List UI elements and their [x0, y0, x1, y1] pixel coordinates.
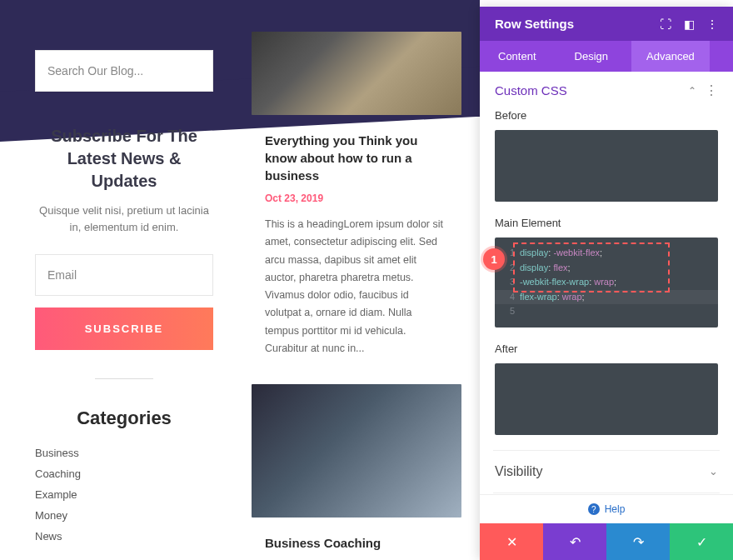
- category-list: Business Coaching Example Money News: [35, 442, 213, 547]
- subscribe-title: Subscribe For The Latest News & Updates: [35, 125, 213, 192]
- section-custom-css-title[interactable]: Custom CSS: [495, 83, 567, 98]
- post-image[interactable]: [252, 384, 461, 518]
- cancel-button[interactable]: ✕: [480, 523, 543, 560]
- annotation-callout: 1: [483, 248, 505, 270]
- undo-button[interactable]: ↶: [543, 523, 606, 560]
- post-title[interactable]: Business Coaching: [265, 534, 448, 552]
- post-image[interactable]: [252, 32, 461, 115]
- subscribe-button[interactable]: SUBSCRIBE: [35, 308, 213, 350]
- categories-title: Categories: [35, 408, 213, 429]
- tab-advanced[interactable]: Advanced: [631, 41, 710, 72]
- visibility-accordion[interactable]: Visibility ⌄: [493, 450, 720, 492]
- category-item[interactable]: Example: [35, 484, 213, 505]
- category-item[interactable]: News: [35, 526, 213, 547]
- before-label: Before: [495, 109, 718, 122]
- help-link[interactable]: ? Help: [480, 494, 733, 523]
- help-label: Help: [605, 503, 626, 515]
- collapse-icon[interactable]: ⌃: [688, 85, 696, 97]
- category-item[interactable]: Money: [35, 505, 213, 526]
- dock-icon[interactable]: ◧: [683, 18, 695, 30]
- email-field[interactable]: Email: [35, 254, 213, 296]
- redo-button[interactable]: ↷: [606, 523, 670, 560]
- blog-sidebar: Search Our Blog... Subscribe For The Lat…: [0, 0, 233, 560]
- panel-title: Row Settings: [495, 17, 574, 31]
- search-input[interactable]: Search Our Blog...: [35, 50, 213, 92]
- panel-header: Row Settings ⛶ ◧ ⋮: [480, 7, 733, 41]
- divider: [95, 378, 153, 379]
- chevron-down-icon: ⌄: [709, 465, 718, 478]
- panel-footer: ✕ ↶ ↷ ✓: [480, 523, 733, 560]
- main-element-label: Main Element: [495, 217, 718, 229]
- more-icon[interactable]: ⋮: [706, 18, 718, 30]
- confirm-button[interactable]: ✓: [670, 523, 733, 560]
- category-item[interactable]: Business: [35, 442, 213, 463]
- panel-body: Custom CSS ⌃ ⋮ Before Main Element 1disp…: [480, 72, 733, 494]
- post-excerpt: This is a headingLorem ipsum dolor sit a…: [265, 216, 448, 358]
- subscribe-description: Quisque velit nisi, pretium ut lacinia i…: [35, 202, 213, 236]
- post-date: Oct 23, 2019: [265, 192, 448, 204]
- visibility-title: Visibility: [495, 464, 543, 479]
- help-icon: ?: [588, 503, 600, 515]
- tab-bar: Content Design Advanced: [480, 41, 733, 72]
- settings-panel: Row Settings ⛶ ◧ ⋮ Content Design Advanc…: [480, 7, 733, 560]
- tab-content[interactable]: Content: [480, 41, 551, 72]
- post-title[interactable]: Everything you Think you know about how …: [265, 132, 448, 184]
- tab-design[interactable]: Design: [551, 41, 631, 72]
- category-item[interactable]: Coaching: [35, 463, 213, 484]
- after-code-editor[interactable]: [495, 363, 718, 435]
- section-more-icon[interactable]: ⋮: [705, 84, 718, 98]
- before-code-editor[interactable]: [495, 130, 718, 202]
- after-label: After: [495, 342, 718, 355]
- fullscreen-icon[interactable]: ⛶: [660, 18, 671, 30]
- main-element-code-editor[interactable]: 1display: -webkit-flex; 2display: flex; …: [495, 238, 718, 328]
- blog-main: Everything you Think you know about how …: [233, 0, 480, 560]
